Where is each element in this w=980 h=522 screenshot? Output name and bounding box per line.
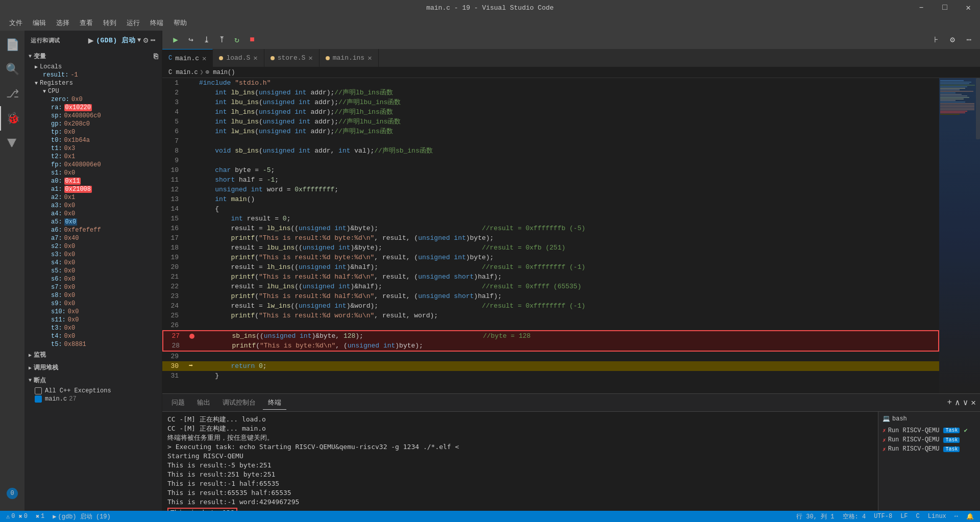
tab-mainc-close[interactable]: ✕ bbox=[202, 54, 206, 63]
reg-fp[interactable]: fp: 0x408006e0 bbox=[24, 161, 162, 169]
breadcrumb-file[interactable]: C main.c bbox=[168, 69, 198, 76]
menu-run[interactable]: 运行 bbox=[122, 16, 144, 30]
copy-icon[interactable]: ⎘ bbox=[154, 53, 158, 61]
menu-view[interactable]: 查看 bbox=[76, 16, 97, 30]
reg-s4[interactable]: s4: 0x0 bbox=[24, 259, 162, 267]
tab-loads[interactable]: load.S ✕ bbox=[213, 49, 264, 67]
tab-stores-close[interactable]: ✕ bbox=[308, 54, 312, 62]
reg-s8[interactable]: s8: 0x0 bbox=[24, 291, 162, 300]
registers-section[interactable]: ▼ Registers bbox=[24, 79, 162, 87]
maximize-button[interactable]: □ bbox=[933, 0, 957, 15]
term-bash[interactable]: 💻 bash bbox=[883, 414, 976, 424]
term-task-2[interactable]: ✗ Run RISCV-QEMU Task bbox=[883, 435, 976, 444]
tab-terminal[interactable]: 终端 bbox=[263, 396, 286, 410]
status-spaces[interactable]: 空格: 4 bbox=[841, 512, 868, 521]
reg-s5[interactable]: s5: 0x0 bbox=[24, 267, 162, 275]
remote-icon[interactable]: 0 bbox=[0, 481, 24, 506]
reg-s6[interactable]: s6: 0x0 bbox=[24, 275, 162, 283]
variables-section[interactable]: ▼ 变量 ⎘ bbox=[24, 50, 162, 63]
watch-section[interactable]: ▶ 监视 bbox=[24, 349, 162, 361]
reg-a5[interactable]: a5: 0x0 bbox=[24, 218, 162, 226]
extensions-icon[interactable]: ⯆ bbox=[0, 131, 24, 155]
reg-a7[interactable]: a7: 0x40 bbox=[24, 234, 162, 242]
menu-select[interactable]: 选择 bbox=[52, 16, 74, 30]
reg-t0[interactable]: t0: 0x1b64a bbox=[24, 136, 162, 144]
reg-t1[interactable]: t1: 0x3 bbox=[24, 144, 162, 153]
reg-a3[interactable]: a3: 0x0 bbox=[24, 202, 162, 210]
step-out-btn[interactable]: ⤒ bbox=[214, 33, 229, 47]
git-icon[interactable]: ⎇ bbox=[0, 82, 24, 106]
tab-problems[interactable]: 问题 bbox=[166, 396, 190, 410]
status-debug[interactable]: ▶ (gdb) 启动 (19) bbox=[51, 512, 112, 521]
breadcrumb-func[interactable]: ⊙ main() bbox=[206, 68, 235, 76]
status-eol[interactable]: LF bbox=[898, 513, 910, 520]
reg-s3[interactable]: s3: 0x0 bbox=[24, 251, 162, 259]
tab-mainins-close[interactable]: ✕ bbox=[368, 54, 372, 62]
menu-file[interactable]: 文件 bbox=[5, 16, 27, 30]
reg-s2[interactable]: s2: 0x0 bbox=[24, 242, 162, 251]
debug-config-dropdown[interactable]: ▼ bbox=[137, 37, 141, 44]
reg-zero[interactable]: zero: 0x0 bbox=[24, 95, 162, 104]
status-encoding[interactable]: UTF-8 bbox=[872, 513, 894, 520]
debug-icon[interactable]: 🐞 bbox=[0, 106, 24, 131]
result-var-row[interactable]: result: -1 bbox=[24, 71, 162, 79]
menu-edit[interactable]: 编辑 bbox=[29, 16, 50, 30]
bp-cpp-exceptions[interactable]: All C++ Exceptions bbox=[24, 387, 162, 395]
explorer-icon[interactable]: 📄 bbox=[0, 33, 24, 57]
terminal-add-btn[interactable]: + bbox=[947, 398, 952, 407]
term-task-1[interactable]: ✗ Run RISCV-QEMU Task ✔ bbox=[883, 426, 976, 435]
cpu-section[interactable]: ▼ CPU bbox=[24, 87, 162, 95]
more-btn[interactable]: ⋯ bbox=[962, 33, 976, 47]
start-debug-btn[interactable]: ▶ bbox=[88, 35, 94, 46]
reg-s10[interactable]: s10: 0x0 bbox=[24, 308, 162, 316]
continue-btn[interactable]: ▶ bbox=[168, 33, 183, 47]
reg-gp[interactable]: gp: 0x208c0 bbox=[24, 120, 162, 128]
reg-s11[interactable]: s11: 0x0 bbox=[24, 316, 162, 324]
tab-debug-console[interactable]: 调试控制台 bbox=[217, 396, 261, 410]
terminal-maximize-btn[interactable]: ∨ bbox=[963, 397, 968, 408]
tab-stores[interactable]: store.S ✕ bbox=[264, 49, 320, 67]
settings-btn[interactable]: ⚙ bbox=[945, 33, 960, 47]
status-remote[interactable]: ↔ bbox=[952, 513, 960, 520]
status-position[interactable]: 行 30, 列 1 bbox=[794, 512, 836, 521]
layout-btn[interactable]: ⊦ bbox=[929, 33, 943, 47]
reg-t2[interactable]: t2: 0x1 bbox=[24, 153, 162, 161]
reg-a2[interactable]: a2: 0x1 bbox=[24, 193, 162, 202]
menu-goto[interactable]: 转到 bbox=[99, 16, 120, 30]
search-icon[interactable]: 🔍 bbox=[0, 57, 24, 82]
callstack-section[interactable]: ▶ 调用堆栈 bbox=[24, 361, 162, 374]
locals-section[interactable]: ▶ Locals bbox=[24, 63, 162, 71]
reg-ra[interactable]: ra: 0x10220 bbox=[24, 104, 162, 112]
settings-icon[interactable]: ⚙ bbox=[143, 35, 149, 45]
terminal-split-btn[interactable]: ∧ bbox=[955, 397, 960, 408]
terminal-close-btn[interactable]: ✕ bbox=[971, 397, 976, 408]
status-language[interactable]: C bbox=[914, 513, 922, 520]
editor[interactable]: 1 #include "stdio.h" 2 int lb_ins(unsign… bbox=[162, 78, 939, 393]
step-over-btn[interactable]: ↪ bbox=[184, 33, 198, 47]
terminal-content[interactable]: CC -[M] 正在构建... load.o CC -[M] 正在构建... m… bbox=[162, 412, 878, 511]
tab-mainc[interactable]: C main.c ✕ bbox=[162, 49, 213, 67]
minimize-button[interactable]: – bbox=[910, 0, 933, 15]
tab-mainins[interactable]: main.ins ✕ bbox=[320, 49, 379, 67]
reg-s7[interactable]: s7: 0x0 bbox=[24, 283, 162, 291]
bp-cpp-checkbox[interactable] bbox=[35, 387, 42, 394]
term-task-3[interactable]: ✗ Run RISCV-QEMU Task bbox=[883, 444, 976, 454]
status-x1[interactable]: ✖ 1 bbox=[34, 513, 46, 520]
reg-tp[interactable]: tp: 0x0 bbox=[24, 128, 162, 136]
reg-s9[interactable]: s9: 0x0 bbox=[24, 300, 162, 308]
menu-help[interactable]: 帮助 bbox=[169, 16, 191, 30]
close-button[interactable]: ✕ bbox=[957, 0, 980, 15]
reg-a0[interactable]: a0: 0x11 bbox=[24, 177, 162, 185]
reg-a4[interactable]: a4: 0x0 bbox=[24, 210, 162, 218]
breakpoints-section[interactable]: ▼ 断点 bbox=[24, 374, 162, 387]
reg-t5[interactable]: t5: 0x8881 bbox=[24, 340, 162, 349]
bp-mainc[interactable]: main.c 27 bbox=[24, 395, 162, 403]
reg-a1[interactable]: a1: 0x21008 bbox=[24, 185, 162, 193]
status-platform[interactable]: Linux bbox=[926, 513, 948, 520]
tab-output[interactable]: 输出 bbox=[192, 396, 215, 410]
reg-t4[interactable]: t4: 0x0 bbox=[24, 332, 162, 340]
restart-btn[interactable]: ↻ bbox=[230, 33, 244, 47]
status-notifications[interactable]: 🔔 bbox=[964, 513, 976, 520]
stop-btn[interactable]: ■ bbox=[245, 33, 259, 47]
bp-mainc-checkbox[interactable] bbox=[35, 395, 42, 403]
